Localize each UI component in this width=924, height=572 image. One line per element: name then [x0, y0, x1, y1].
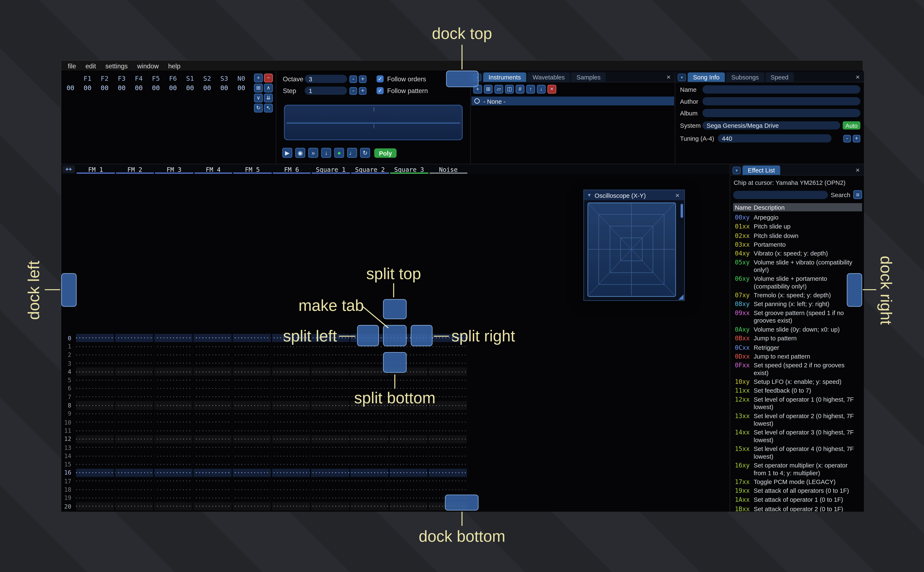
- close-instruments-panel-icon[interactable]: ×: [665, 72, 673, 82]
- dock-target-right[interactable]: [847, 273, 862, 307]
- tab-speed[interactable]: Speed: [765, 72, 794, 82]
- poly-button[interactable]: Poly: [374, 148, 397, 157]
- split-target-top[interactable]: [383, 299, 407, 319]
- close-effect-list-panel-icon[interactable]: ×: [854, 165, 862, 175]
- tab-song-info[interactable]: Song Info: [688, 72, 725, 82]
- remove-order-button[interactable]: −: [264, 74, 273, 82]
- effect-list-row[interactable]: 04xyVibrato (x: speed; y: depth): [733, 249, 862, 258]
- order-cell[interactable]: 00: [113, 84, 130, 92]
- auto-system-button[interactable]: Auto: [843, 121, 860, 129]
- step-increase-button[interactable]: +: [359, 87, 366, 95]
- resize-grip-icon[interactable]: [678, 294, 684, 300]
- order-cell[interactable]: 00: [199, 84, 216, 92]
- dock-target-top[interactable]: [446, 71, 478, 87]
- effect-list-row[interactable]: 02xxPitch slide down: [733, 231, 862, 240]
- order-cell[interactable]: 00: [233, 84, 250, 92]
- pattern-row[interactable]: 10: [61, 418, 469, 426]
- menu-item-edit[interactable]: edit: [81, 61, 101, 71]
- tab-wavetables[interactable]: Wavetables: [527, 72, 570, 82]
- effect-list-row[interactable]: 1BxxSet attack of operator 2 (0 to 1F): [733, 504, 862, 511]
- effect-list-row[interactable]: 1AxxSet attack of operator 1 (0 to 1F): [733, 495, 862, 504]
- pattern-row[interactable]: 13: [61, 443, 469, 452]
- pattern-row[interactable]: 15: [61, 460, 469, 468]
- effect-list-row[interactable]: 16xySet operator multiplier (x: operator…: [733, 461, 862, 477]
- effect-list-row[interactable]: 14xxSet level of operator 3 (0 highest, …: [733, 428, 862, 445]
- order-cell[interactable]: 00: [164, 84, 182, 92]
- tuning-increase-button[interactable]: +: [853, 135, 860, 142]
- repeat-pattern-button[interactable]: ↻: [360, 148, 370, 158]
- channel-header-fm-4[interactable]: FM 4: [193, 164, 233, 174]
- tab-samples[interactable]: Samples: [571, 72, 606, 82]
- channel-header-fm-2[interactable]: FM 2: [115, 164, 154, 174]
- stop-button[interactable]: ◉: [295, 148, 305, 158]
- channel-header-fm-3[interactable]: FM 3: [154, 164, 193, 174]
- metronome-button[interactable]: ♩: [347, 148, 357, 158]
- step-one-row-button[interactable]: ↓: [321, 148, 331, 158]
- menu-item-window[interactable]: window: [132, 61, 164, 71]
- effect-list-row[interactable]: 0FxxSet speed (speed 2 if no grooves exi…: [733, 361, 862, 378]
- play-from-cursor-button[interactable]: »: [308, 148, 318, 158]
- duplicate-instrument-button[interactable]: ⊞: [484, 85, 492, 94]
- effect-list-row[interactable]: 08xySet panning (x: left; y: right): [733, 300, 862, 309]
- effect-list-row[interactable]: 11xxSet feedback (0 to 7): [733, 386, 862, 395]
- effect-list-row[interactable]: 05xyVolume slide + vibrato (compatibilit…: [733, 258, 862, 274]
- tuning-input[interactable]: 440: [718, 134, 832, 142]
- field-album-input[interactable]: [703, 109, 860, 117]
- effect-list-row[interactable]: 06xyVolume slide + portamento (compatibi…: [733, 274, 862, 291]
- effect-list-row[interactable]: 13xxSet level of operator 2 (0 highest, …: [733, 412, 862, 428]
- order-edit-mode-button[interactable]: ↖: [264, 104, 273, 112]
- add-order-button[interactable]: +: [254, 74, 263, 82]
- window-menu-icon[interactable]: ▾: [678, 73, 686, 81]
- channel-header-square-2[interactable]: Square 2: [350, 164, 390, 174]
- pattern-row[interactable]: 12: [61, 435, 469, 443]
- octave-increase-button[interactable]: +: [359, 75, 366, 83]
- pattern-row[interactable]: 21: [61, 511, 469, 511]
- save-instrument-button[interactable]: ◫: [505, 85, 514, 94]
- effect-list-row[interactable]: 01xxPitch slide up: [733, 222, 862, 231]
- order-deep-clone-button[interactable]: ⇊: [264, 94, 273, 103]
- octave-decrease-button[interactable]: -: [349, 75, 357, 83]
- effect-list-row[interactable]: 17xxToggle PCM mode (LEGACY): [733, 477, 862, 487]
- effect-search-input[interactable]: [733, 190, 828, 199]
- collapse-triangle-icon[interactable]: ▼: [587, 193, 592, 198]
- tab-instruments[interactable]: Instruments: [483, 72, 526, 82]
- window-menu-icon[interactable]: ▾: [732, 166, 741, 174]
- field-name-input[interactable]: [703, 85, 860, 93]
- pattern-row[interactable]: 20: [61, 502, 469, 511]
- duplicate-order-button[interactable]: ⊞: [254, 84, 263, 92]
- order-cell[interactable]: 00: [79, 84, 96, 92]
- menu-item-settings[interactable]: settings: [101, 61, 132, 71]
- tab-subsongs[interactable]: Subsongs: [726, 72, 764, 82]
- channel-header-fm-5[interactable]: FM 5: [233, 164, 272, 174]
- pattern-row[interactable]: 16: [61, 468, 469, 477]
- pattern-row[interactable]: 11: [61, 426, 469, 435]
- dock-target-bottom[interactable]: [445, 495, 478, 511]
- pattern-row[interactable]: 19: [61, 494, 469, 502]
- effect-list-row[interactable]: 12xxSet level of operator 1 (0 highest, …: [733, 395, 862, 412]
- pattern-row[interactable]: 1: [61, 342, 469, 351]
- oscilloscope-scrollbar[interactable]: [681, 204, 683, 218]
- make-tab-target[interactable]: [383, 325, 407, 346]
- pattern-row[interactable]: 2: [61, 351, 469, 359]
- hamburger-menu-icon[interactable]: ≡: [853, 190, 862, 199]
- move-instrument-down-button[interactable]: ↓: [537, 85, 546, 94]
- move-instrument-up-button[interactable]: ↑: [526, 85, 535, 94]
- step-decrease-button[interactable]: -: [349, 87, 357, 95]
- effect-list-row[interactable]: 09xxSet groove pattern (speed 1 if no gr…: [733, 309, 862, 325]
- dock-target-left[interactable]: [61, 273, 76, 307]
- step-input[interactable]: 1: [305, 87, 347, 95]
- pattern-row[interactable]: 3: [61, 359, 469, 368]
- follow-pattern-checkbox[interactable]: ✓: [377, 87, 384, 94]
- play-button[interactable]: ▶: [282, 148, 292, 158]
- channel-header-fm-6[interactable]: FM 6: [272, 164, 311, 174]
- menu-item-file[interactable]: file: [63, 61, 81, 71]
- effect-list-row[interactable]: 00xyArpeggio: [733, 213, 862, 222]
- delete-instrument-button[interactable]: ×: [547, 85, 556, 94]
- tuning-decrease-button[interactable]: -: [843, 135, 851, 142]
- orders-row[interactable]: 0000000000000000000000: [62, 84, 250, 92]
- split-target-right[interactable]: [411, 325, 433, 346]
- pattern-row[interactable]: 9: [61, 410, 469, 418]
- menu-item-help[interactable]: help: [164, 61, 185, 71]
- close-oscilloscope-icon[interactable]: ×: [673, 190, 681, 200]
- order-cell[interactable]: 00: [181, 84, 199, 92]
